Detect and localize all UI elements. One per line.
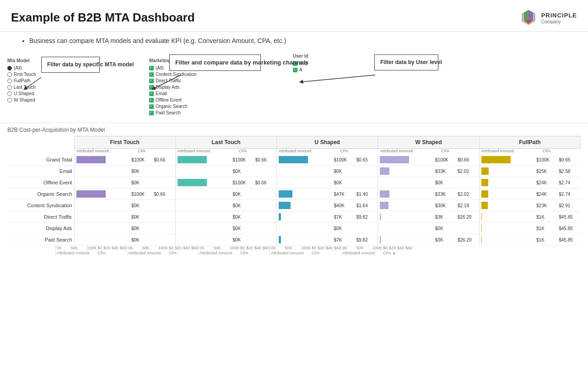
amount-cell: $0K [333, 166, 356, 177]
row-label: Email [7, 166, 74, 177]
amount-cell: $0K [130, 200, 153, 211]
bar-cell [277, 154, 333, 166]
axis-lbl-us-cpa: CPA [239, 251, 270, 255]
col-header-lasttouch: Last Touch [175, 136, 276, 149]
axis-lbl-lt: Attributed Amount [127, 251, 168, 255]
ch-display[interactable]: Display Ads [149, 85, 200, 90]
bar-cell [277, 223, 333, 234]
bar-cell [277, 211, 333, 223]
chk-direct[interactable] [149, 79, 154, 83]
chart-section: B2B Cost-per-Acquisition by MTA Model Fi… [0, 123, 588, 259]
cpa-cell: $45.85 [558, 223, 580, 234]
ch-offline[interactable]: Offline Event [149, 97, 200, 102]
amount-cell: $100K [130, 188, 153, 200]
mta-option-wshaped[interactable]: W Shaped [7, 97, 58, 102]
chk-all[interactable] [149, 66, 154, 70]
cpa-cell [153, 166, 175, 177]
col-header-wshaped: W Shaped [378, 136, 479, 149]
bar-cell [175, 200, 232, 211]
amount-cell: $0K [232, 223, 254, 234]
subh-fp-cpa: CPA [535, 149, 558, 155]
amount-cell: $0K [434, 177, 457, 188]
bar-cell [74, 166, 130, 177]
table-row: Organic Search$100K$0.66$0K$47K$1.40$33K… [7, 188, 581, 200]
bar-cell [74, 177, 130, 188]
cpa-cell [153, 200, 175, 211]
subh-ft-amount: Attributed Amount [74, 149, 130, 155]
ch-content[interactable]: Content Syndication [149, 72, 200, 77]
subh-fp-amount: Attributed Amount [479, 149, 535, 155]
radio-fullpath[interactable] [7, 79, 12, 83]
radio-all[interactable] [7, 66, 12, 70]
cpa-cell [254, 223, 276, 234]
data-table: First Touch Last Touch U Shaped W Shaped… [7, 136, 581, 246]
radio-firsttouch[interactable] [7, 72, 12, 77]
table-row: Content Syndication$0K$0K$40K$1.64$30K$2… [7, 200, 581, 211]
amount-cell: $33K [434, 166, 457, 177]
col-header-ushaped: U Shaped [277, 136, 378, 149]
amount-cell: $0K [130, 211, 153, 223]
ch-organic[interactable]: Organic Search [149, 104, 200, 109]
amount-cell: $23K [535, 200, 558, 211]
amount-cell: $0K [434, 223, 457, 234]
cpa-cell [254, 188, 276, 200]
cpa-cell: $1.64 [356, 200, 378, 211]
amount-cell: $3K [434, 211, 457, 223]
col-header-firsttouch: First Touch [74, 136, 175, 149]
chk-user-a[interactable] [293, 68, 297, 72]
chk-content[interactable] [149, 72, 154, 77]
cpa-cell: $2.58 [558, 166, 580, 177]
axis-fp-bar: 0K50K100K [341, 246, 382, 250]
cpa-cell [356, 223, 378, 234]
axis-lbl-fp-cpa: CPA ▲ [382, 251, 412, 255]
mta-option-lasttouch[interactable]: Last Touch [7, 85, 58, 90]
bar-cell [175, 234, 232, 246]
amount-cell: $0K [333, 223, 356, 234]
cpa-cell [153, 211, 175, 223]
bar-cell [175, 154, 232, 166]
chk-display[interactable] [149, 85, 154, 90]
amount-cell: $1K [535, 211, 558, 223]
axis-lbl-us: Attributed Amount [198, 251, 239, 255]
bar-cell [277, 200, 333, 211]
ch-paid[interactable]: Paid Search [149, 110, 200, 115]
chk-offline[interactable] [149, 98, 154, 102]
radio-lasttouch[interactable] [7, 85, 12, 90]
row-label: Paid Search [7, 234, 74, 246]
cpa-cell: $2.02 [457, 188, 479, 200]
bar-cell [175, 223, 232, 234]
amount-cell: $0K [232, 211, 254, 223]
cpa-cell: $0.65 [558, 154, 580, 166]
ch-direct[interactable]: Direct Traffic [149, 78, 200, 83]
chk-organic[interactable] [149, 104, 154, 109]
mta-option-wshaped-label: W Shaped [14, 97, 35, 102]
amount-cell: $24K [535, 177, 558, 188]
bar-cell [277, 166, 333, 177]
radio-wshaped[interactable] [7, 98, 12, 102]
cpa-cell: $0.66 [457, 154, 479, 166]
mta-option-ushaped[interactable]: U Shaped [7, 91, 58, 96]
radio-ushaped[interactable] [7, 91, 12, 96]
cpa-cell [254, 166, 276, 177]
axis-ws-bar: 0K50K100K [270, 246, 311, 250]
mta-option-fullpath[interactable]: FullPath [7, 78, 58, 83]
ch-email[interactable]: Email [149, 91, 200, 96]
bar-cell [479, 223, 535, 234]
user-a[interactable]: A [293, 67, 343, 72]
page-header: Example of B2B MTA Dashboard PRINCIPLE C… [0, 0, 588, 32]
amount-cell: $100K [434, 154, 457, 166]
filters-section: Mta Model (All) First Touch FullPath Las… [0, 50, 588, 123]
cpa-cell [356, 177, 378, 188]
amount-cell: $100K [333, 154, 356, 166]
bar-cell [479, 211, 535, 223]
bar-cell [175, 188, 232, 200]
cpa-cell [457, 177, 479, 188]
chk-paid[interactable] [149, 111, 154, 115]
cpa-cell: $9.82 [356, 234, 378, 246]
axis-lbl-ws-cpa: CPA [311, 251, 341, 255]
amount-cell: $33K [434, 188, 457, 200]
cpa-cell: $2.91 [558, 200, 580, 211]
cpa-cell [254, 234, 276, 246]
chk-email[interactable] [149, 91, 154, 96]
row-label: Offline Event [7, 177, 74, 188]
